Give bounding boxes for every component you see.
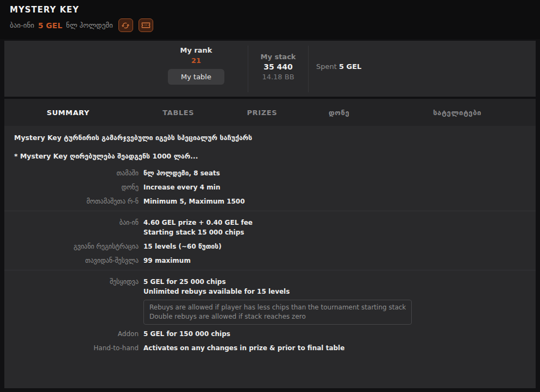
- row-label: შესყიდვა: [14, 277, 143, 325]
- row-label: ბაი-ინ: [14, 218, 143, 237]
- my-rank-label: My rank: [180, 46, 212, 54]
- tab-summary[interactable]: SUMMARY: [4, 109, 132, 117]
- game-type-label: ნლ ჰოლდემი: [66, 21, 113, 29]
- value-line: Unlimited rebuys available for 15 levels: [143, 287, 412, 296]
- top-header: MYSTERY KEY ბაი-ინი 5 GEL ნლ ჰოლდემი: [0, 0, 540, 39]
- refresh-button[interactable]: [118, 18, 133, 32]
- section-divider: [4, 211, 536, 211]
- ticket-icon: [141, 21, 150, 29]
- summary-content: Mystery Key ტურნირის გამარჯვებული იგებს …: [4, 126, 536, 388]
- row-label: თავიდან-შესვლა: [14, 256, 143, 265]
- row-rebuy: შესყიდვა 5 GEL for 25 000 chips Unlimite…: [14, 277, 526, 325]
- row-value: Activates on any changes in prize & prio…: [143, 343, 344, 353]
- rebuy-note-box: Rebuys are allowed if player has less ch…: [143, 300, 412, 325]
- value-line: 4.60 GEL prize + 0.40 GEL fee: [143, 218, 253, 227]
- value-line: 5 GEL for 25 000 chips: [143, 277, 412, 287]
- tournament-title: MYSTERY KEY: [10, 5, 540, 15]
- row-label: გვიანი რეგისტრაცია: [14, 242, 143, 251]
- my-stack-block: My stack 35 440 14.18 BB: [248, 41, 308, 97]
- row-value: 5 GEL for 150 000 chips: [143, 329, 230, 339]
- lower-panel: SUMMARY TABLES PRIZES დონე სატელიტები My…: [4, 99, 536, 388]
- note-line: Double rebuys are allowed if stack reach…: [149, 312, 406, 321]
- row-value: Increase every 4 min: [143, 182, 220, 192]
- row-game: თამაში ნლ ჰოლდემი, 8 seats: [14, 168, 526, 178]
- my-table-button[interactable]: My table: [168, 69, 224, 85]
- info-rows: თამაში ნლ ჰოლდემი, 8 seats დონე Increase…: [14, 168, 526, 353]
- my-stack-label: My stack: [260, 53, 296, 61]
- row-hand-to-hand: Hand-to-hand Activates on any changes in…: [14, 343, 526, 353]
- tab-levels[interactable]: დონე: [299, 109, 379, 117]
- row-value: 99 maximum: [143, 256, 191, 265]
- row-value: 15 levels (~60 წუთის): [143, 242, 222, 251]
- buyin-line: ბაი-ინი 5 GEL ნლ ჰოლდემი: [10, 18, 540, 32]
- row-value: 5 GEL for 25 000 chips Unlimited rebuys …: [143, 277, 412, 325]
- row-label: Hand-to-hand: [14, 343, 143, 353]
- intro-line: * Mystery Key ღირებულება შეადგენს 1000 ლ…: [14, 152, 526, 161]
- row-value: ნლ ჰოლდემი, 8 seats: [143, 168, 220, 178]
- row-late-registration: გვიანი რეგისტრაცია 15 levels (~60 წუთის): [14, 242, 526, 251]
- row-players: მოთამაშეთა რ-ნ Minimum 5, Maximum 1500: [14, 197, 526, 206]
- my-stack-bb: 14.18 BB: [262, 73, 294, 81]
- my-rank-block: My rank 21 My table: [145, 41, 248, 97]
- my-rank-value: 21: [191, 56, 201, 65]
- buyin-value: 5 GEL: [38, 21, 62, 30]
- row-addon: Addon 5 GEL for 150 000 chips: [14, 329, 526, 339]
- row-value: 4.60 GEL prize + 0.40 GEL fee Starting s…: [143, 218, 253, 237]
- tab-tables[interactable]: TABLES: [132, 109, 225, 117]
- row-label: Addon: [14, 329, 143, 339]
- intro-line: Mystery Key ტურნირის გამარჯვებული იგებს …: [14, 134, 526, 142]
- section-divider: [4, 270, 536, 270]
- row-label: დონე: [14, 182, 143, 192]
- spent-block: Spent 5 GEL: [309, 41, 395, 97]
- row-level: დონე Increase every 4 min: [14, 182, 526, 192]
- refresh-icon: [121, 21, 130, 30]
- row-reentry: თავიდან-შესვლა 99 maximum: [14, 256, 526, 265]
- row-label: თამაში: [14, 168, 143, 178]
- spent-value: 5 GEL: [339, 62, 361, 71]
- row-buyin: ბაი-ინ 4.60 GEL prize + 0.40 GEL fee Sta…: [14, 218, 526, 237]
- spent-label: Spent: [316, 62, 337, 71]
- note-line: Rebuys are allowed if player has less ch…: [149, 303, 406, 312]
- my-stack-value: 35 440: [263, 62, 293, 71]
- ticket-button[interactable]: [139, 18, 153, 32]
- stats-strip: My rank 21 My table My stack 35 440 14.1…: [4, 41, 536, 97]
- row-label: მოთამაშეთა რ-ნ: [14, 197, 143, 206]
- buyin-label: ბაი-ინი: [10, 21, 34, 29]
- tabbar: SUMMARY TABLES PRIZES დონე სატელიტები: [4, 99, 536, 126]
- value-line: Starting stack 15 000 chips: [143, 227, 253, 237]
- tab-satellites[interactable]: სატელიტები: [379, 109, 536, 117]
- tab-prizes[interactable]: PRIZES: [225, 109, 299, 117]
- row-value: Minimum 5, Maximum 1500: [143, 197, 245, 206]
